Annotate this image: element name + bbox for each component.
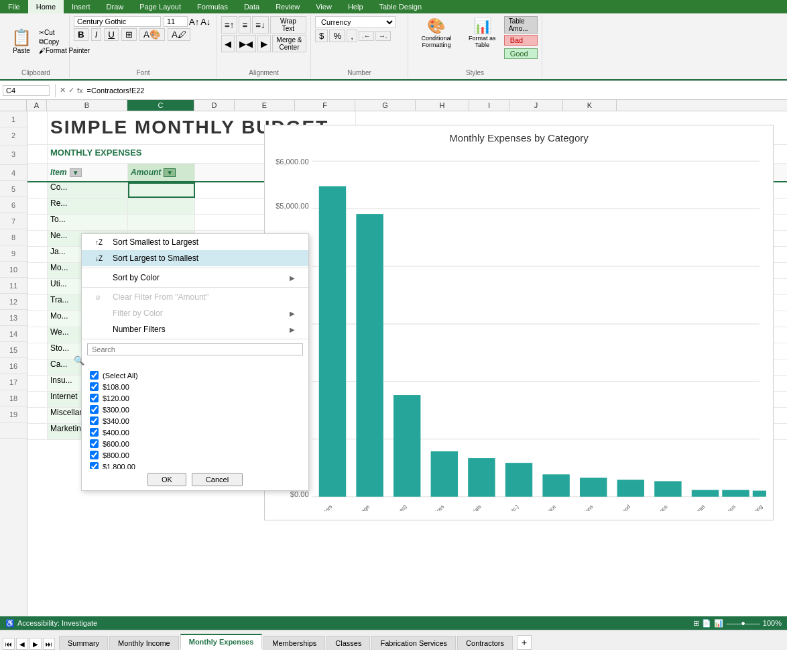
check-400[interactable]: $400.00 — [87, 427, 303, 438]
col-header-c[interactable]: C — [127, 100, 194, 111]
sheet-tab-monthly-income[interactable]: Monthly Income — [109, 636, 179, 650]
item-filter-dropdown[interactable]: ▼ — [70, 168, 82, 177]
row-num-12[interactable]: 12 — [0, 294, 27, 310]
tab-file[interactable]: File — [0, 0, 28, 13]
checkbox-108[interactable] — [90, 382, 99, 391]
number-format-select[interactable]: Currency — [315, 16, 396, 28]
row-num-19[interactable]: 19 — [0, 406, 27, 423]
tab-nav-prev[interactable]: ◀ — [16, 638, 28, 650]
formula-input[interactable] — [84, 86, 784, 95]
col-header-e[interactable]: E — [235, 100, 295, 111]
row-num-13[interactable]: 13 — [0, 310, 27, 326]
sort-by-color-item[interactable]: Sort by Color — [82, 270, 308, 286]
dd-search-input[interactable] — [87, 343, 303, 355]
cell-a2[interactable] — [27, 145, 48, 163]
sheet-tab-classes[interactable]: Classes — [326, 636, 370, 650]
row-num-7[interactable]: 7 — [0, 213, 27, 229]
checkbox-120[interactable] — [90, 394, 99, 402]
tab-table-design[interactable]: Table Design — [371, 0, 430, 13]
font-color-button[interactable]: A🖊 — [168, 28, 190, 41]
clear-filter-item[interactable]: ⊘ Clear Filter From "Amount" — [82, 289, 308, 305]
col-header-d[interactable]: D — [194, 100, 235, 111]
font-size-increase[interactable]: A↑ — [189, 17, 199, 27]
align-left-button[interactable]: ◀ — [221, 35, 235, 52]
confirm-formula-icon[interactable]: ✓ — [68, 86, 74, 95]
add-sheet-button[interactable]: + — [517, 635, 532, 650]
row-num-6[interactable]: 6 — [0, 197, 27, 213]
dollar-button[interactable]: $ — [315, 30, 328, 42]
cell-reference-input[interactable] — [3, 85, 50, 96]
row-num-3[interactable]: 3 — [0, 146, 27, 165]
checkbox-340[interactable] — [90, 416, 99, 425]
cell-b6[interactable]: To... — [48, 215, 128, 230]
italic-button[interactable]: I — [91, 28, 102, 41]
cell-b3-header[interactable]: Item ▼ — [48, 164, 128, 181]
checkbox-select-all[interactable] — [90, 371, 99, 380]
paste-button[interactable]: 📋 Paste — [7, 28, 36, 56]
tab-page-layout[interactable]: Page Layout — [131, 0, 189, 13]
sheet-tab-fabrication[interactable]: Fabrication Services — [371, 636, 456, 650]
dd-ok-button[interactable]: OK — [147, 473, 186, 486]
dd-cancel-button[interactable]: Cancel — [192, 473, 243, 486]
tab-nav-next[interactable]: ▶ — [29, 638, 42, 650]
sheet-tab-monthly-expenses[interactable]: Monthly Expenses — [180, 634, 263, 650]
row-num-8[interactable]: 8 — [0, 229, 27, 245]
cancel-formula-icon[interactable]: ✕ — [60, 86, 66, 95]
cell-a1[interactable] — [27, 111, 48, 144]
col-header-b[interactable]: B — [47, 100, 127, 111]
col-header-i[interactable]: I — [469, 100, 509, 111]
row-num-10[interactable]: 10 — [0, 262, 27, 278]
number-filters-item[interactable]: Number Filters — [82, 321, 308, 337]
align-middle-button[interactable]: ≡ — [239, 16, 251, 34]
check-1800[interactable]: $1,800.00 — [87, 461, 303, 469]
page-break-icon[interactable]: 📊 — [714, 619, 723, 628]
sheet-tab-summary[interactable]: Summary — [59, 636, 108, 650]
tab-view[interactable]: View — [308, 0, 340, 13]
tab-home[interactable]: Home — [28, 0, 64, 13]
border-button[interactable]: ⊞ — [121, 28, 137, 41]
checkbox-300[interactable] — [90, 405, 99, 414]
normal-view-icon[interactable]: ⊞ — [693, 619, 699, 628]
row-num-11[interactable]: 11 — [0, 278, 27, 294]
check-800[interactable]: $800.00 — [87, 449, 303, 461]
percent-button[interactable]: % — [329, 30, 345, 42]
amount-filter-dropdown[interactable]: ▼ — [164, 168, 176, 177]
check-120[interactable]: $120.00 — [87, 392, 303, 404]
cell-a4[interactable] — [27, 182, 48, 198]
check-340[interactable]: $340.00 — [87, 415, 303, 427]
row-num-4[interactable]: 4 — [0, 165, 27, 181]
tab-help[interactable]: Help — [340, 0, 371, 13]
col-header-f[interactable]: F — [295, 100, 355, 111]
checkbox-1800[interactable] — [90, 462, 99, 469]
underline-button[interactable]: U — [104, 28, 119, 41]
check-300[interactable]: $300.00 — [87, 404, 303, 415]
bold-button[interactable]: B — [74, 28, 88, 41]
row-num-9[interactable]: 9 — [0, 245, 27, 262]
font-name-input[interactable] — [74, 16, 161, 27]
filter-by-color-item[interactable]: Filter by Color — [82, 305, 308, 321]
check-select-all[interactable]: (Select All) — [87, 370, 303, 381]
row-num-18[interactable]: 18 — [0, 390, 27, 406]
row-num-2[interactable]: 2 — [0, 127, 27, 146]
font-size-decrease[interactable]: A↓ — [200, 17, 210, 27]
tab-nav-last[interactable]: ⏭ — [43, 638, 55, 650]
row-num-5[interactable]: 5 — [0, 181, 27, 197]
merge-center-button[interactable]: Merge & Center — [272, 35, 306, 52]
tab-nav-first[interactable]: ⏮ — [3, 638, 15, 650]
page-layout-icon[interactable]: 📄 — [702, 619, 711, 628]
row-num-14[interactable]: 14 — [0, 326, 27, 342]
check-600[interactable]: $600.00 — [87, 438, 303, 449]
cell-b5[interactable]: Re... — [48, 199, 128, 214]
row-num-1[interactable]: 1 — [0, 111, 27, 127]
align-bottom-button[interactable]: ≡↓ — [252, 16, 268, 34]
format-as-table-button[interactable]: 📊 Format as Table — [465, 16, 500, 50]
cell-a3[interactable] — [27, 164, 48, 181]
cell-b4[interactable]: Co... — [48, 182, 128, 198]
tab-data[interactable]: Data — [236, 0, 267, 13]
col-header-g[interactable]: G — [355, 100, 416, 111]
col-header-a[interactable]: A — [27, 100, 47, 111]
row-num-16[interactable]: 16 — [0, 358, 27, 374]
sort-smallest-item[interactable]: ↑Z Sort Smallest to Largest — [82, 234, 308, 250]
checkbox-600[interactable] — [90, 439, 99, 448]
tab-insert[interactable]: Insert — [64, 0, 99, 13]
